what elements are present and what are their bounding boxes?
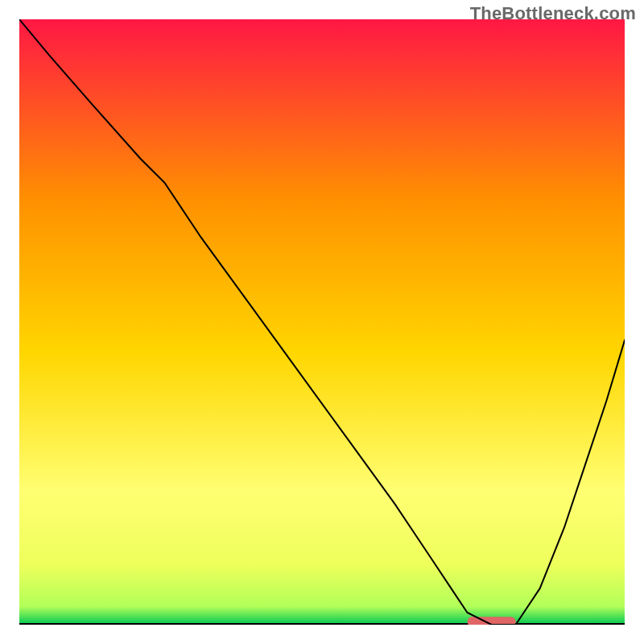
chart-container: TheBottleneck.com — [0, 0, 644, 644]
chart-svg — [19, 19, 625, 625]
optimal-marker — [468, 617, 516, 625]
gradient-background — [19, 19, 625, 625]
plot-area — [19, 19, 625, 625]
